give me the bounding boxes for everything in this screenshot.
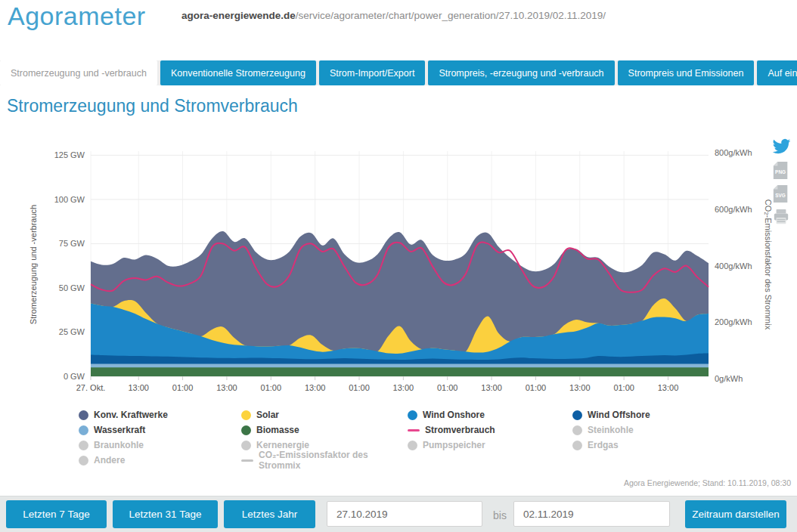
svg-text:50 GW: 50 GW [59,283,85,292]
tab-2[interactable]: Strom-Import/Export [319,60,426,85]
agorameter-app: Agorameter agora-energiewende.de/service… [0,0,797,532]
legend-item[interactable]: Kernenergie [241,440,408,450]
last-year-button[interactable]: Letztes Jahr [224,500,315,528]
legend-marker [408,429,420,431]
power-generation-chart[interactable]: 0 GW25 GW50 GW75 GW100 GW125 GW0g/kWh200… [0,135,797,401]
legend-marker [408,441,417,450]
tab-4[interactable]: Strompreis und Emissionen [618,60,755,85]
svg-text:01:00: 01:00 [526,383,547,392]
legend-marker [572,441,582,450]
legend-marker [241,441,251,450]
svg-text:13:00: 13:00 [216,383,237,392]
legend-label: Wind Onshore [423,410,485,420]
legend-label: Wind Offshore [588,410,650,420]
print-icon[interactable] [771,209,792,225]
legend-item[interactable]: Stromverbrauch [408,425,572,435]
legend-item[interactable]: Braunkohle [79,440,241,450]
svg-text:0 GW: 0 GW [64,372,85,381]
legend-item[interactable]: Biomasse [241,425,408,435]
svg-text:27. Okt.: 27. Okt. [76,383,106,392]
svg-text:13:00: 13:00 [569,383,591,392]
tab-5[interactable]: Auf einen Blick [757,60,797,85]
legend-item[interactable]: Wind Onshore [408,410,572,420]
svg-text:01:00: 01:00 [437,383,458,392]
legend-item[interactable]: CO₂-Emissionsfaktor des Strommix [241,450,408,471]
legend-label: Solar [256,410,279,420]
legend-label: Wasserkraft [94,425,145,435]
legend-marker [572,425,582,435]
svg-text:13:00: 13:00 [481,383,502,392]
svg-text:01:00: 01:00 [349,383,370,392]
twitter-icon[interactable] [771,137,792,156]
header: Agorameter agora-energiewende.de/service… [0,0,797,60]
date-from-input[interactable] [327,501,482,527]
chart-legend: Konv. KraftwerkeSolarWind OnshoreWind Of… [79,407,731,468]
page-title: Stromerzeugung und Stromverbrauch [7,96,298,116]
tab-3[interactable]: Strompreis, -erzeugung und -verbrauch [428,60,614,85]
legend-item[interactable]: Erdgas [572,440,731,450]
bottom-toolbar: Letzten 7 Tage Letzten 31 Tage Letztes J… [0,496,797,532]
svg-text:Stromerzeugung und -verbrauch: Stromerzeugung und -verbrauch [29,205,38,324]
legend-item[interactable]: Pumpspeicher [408,440,572,450]
show-timerange-button[interactable]: Zeitraum darstellen [685,500,786,528]
svg-text:400g/kWh: 400g/kWh [715,261,752,271]
svg-text:SVG: SVG [775,193,786,198]
date-to-input[interactable] [513,501,670,527]
svg-text:PNG: PNG [775,169,786,175]
url-domain: agora-energiewende.de [181,10,296,21]
svg-text:01:00: 01:00 [261,383,282,392]
legend-label: Erdgas [588,440,619,450]
svg-text:125 GW: 125 GW [54,150,85,159]
url-path: /service/agorameter/chart/power_generati… [296,10,606,21]
svg-text:800g/kWh: 800g/kWh [715,148,752,157]
legend-item[interactable]: Andere [79,455,241,466]
bis-label: bis [493,509,507,521]
attribution-text: Agora Energiewende; Stand: 10.11.2019, 0… [624,478,791,487]
tab-1[interactable]: Konventionelle Stromerzeugung [160,60,316,85]
legend-label: Braunkohle [94,440,144,450]
legend-marker [79,425,88,435]
svg-text:13:00: 13:00 [658,383,679,392]
legend-marker [79,456,88,466]
svg-export-icon[interactable]: SVG [771,185,792,203]
legend-marker [79,441,88,450]
legend-label: Andere [94,455,125,466]
legend-label: Kernenergie [256,440,309,450]
legend-item[interactable]: Solar [241,410,408,420]
legend-label: Steinkohle [588,425,634,435]
legend-item[interactable]: Wasserkraft [79,425,241,435]
legend-label: Biomasse [256,425,299,435]
svg-text:200g/kWh: 200g/kWh [715,317,752,326]
legend-marker [241,425,251,435]
legend-item[interactable]: Steinkohle [572,425,731,435]
svg-text:25 GW: 25 GW [59,327,85,336]
legend-marker [241,459,253,462]
legend-marker [79,410,88,420]
last-31-days-button[interactable]: Letzten 31 Tage [113,500,218,528]
tab-bar: Stromerzeugung und -verbrauchKonventione… [0,60,797,85]
export-icon-column: PNG SVG [771,137,793,230]
svg-text:600g/kWh: 600g/kWh [715,205,752,214]
svg-text:0g/kWh: 0g/kWh [715,374,743,383]
svg-text:13:00: 13:00 [305,383,326,392]
svg-text:13:00: 13:00 [128,383,149,392]
legend-label: Konv. Kraftwerke [94,410,168,420]
last-7-days-button[interactable]: Letzten 7 Tage [6,500,107,528]
svg-text:01:00: 01:00 [172,383,194,392]
legend-item[interactable]: Wind Offshore [572,410,731,420]
legend-label: Pumpspeicher [423,440,485,450]
legend-label: CO₂-Emissionsfaktor des Strommix [259,450,408,471]
svg-text:75 GW: 75 GW [59,239,85,248]
tab-0[interactable]: Stromerzeugung und -verbrauch [0,60,157,85]
legend-marker [408,410,417,420]
svg-text:13:00: 13:00 [393,383,414,392]
png-export-icon[interactable]: PNG [771,162,792,180]
app-title: Agorameter [8,2,146,31]
svg-text:100 GW: 100 GW [54,195,85,204]
legend-label: Stromverbrauch [425,425,495,435]
svg-text:01:00: 01:00 [613,383,634,392]
legend-item[interactable]: Konv. Kraftwerke [79,410,241,420]
legend-marker [572,410,582,420]
breadcrumb-url: agora-energiewende.de/service/agorameter… [181,10,606,21]
legend-marker [241,410,251,420]
